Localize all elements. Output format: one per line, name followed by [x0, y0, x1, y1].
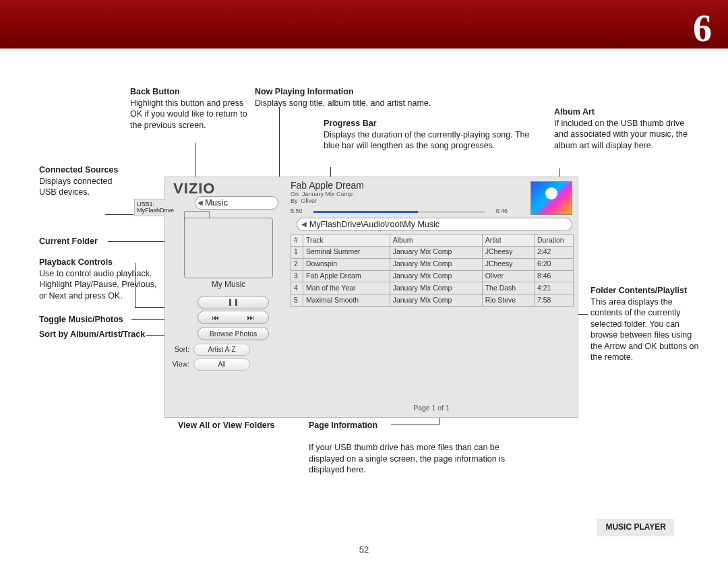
path-pill[interactable]: ◀ MyFlashDrive\Audio\root\My Music [297, 218, 572, 231]
cell: Man of the Year [303, 282, 390, 294]
next-icon: ⏭ [247, 311, 255, 323]
cell: Maximal Smooth [303, 294, 390, 307]
play-pause-button[interactable] [198, 296, 269, 309]
callout-title: Progress Bar [324, 119, 377, 128]
music-label: Music [205, 197, 228, 208]
cell: Downspin [303, 258, 390, 270]
cell: January Mix Comp [390, 282, 482, 294]
cell: 6:20 [535, 258, 574, 270]
cell: 5 [291, 294, 303, 307]
cell: JCheesy [482, 258, 534, 270]
leader-line [135, 263, 135, 307]
cell: The Dash [482, 282, 534, 294]
col-artist: Artist [482, 235, 534, 247]
col-album: Album [390, 235, 482, 247]
meta-by-label: By [291, 197, 298, 204]
callout-title: Playback Controls [39, 257, 113, 267]
callout-page-information: Page Information If your USB thumb drive… [309, 420, 531, 476]
tracks-table[interactable]: # Track Album Artist Duration 1Seminal S… [291, 234, 574, 307]
cell: 3 [291, 270, 303, 282]
usb-line2: MyFlashDrive [137, 208, 165, 214]
total-time: 8:46 [495, 208, 508, 216]
callout-body: Use to control audio playback. Highlight… [39, 269, 156, 301]
view-row[interactable]: View: All [168, 358, 276, 371]
progress-fill [313, 211, 418, 213]
table-row[interactable]: 2DownspinJanuary Mix CompJCheesy6:20 [291, 258, 574, 270]
col-num: # [291, 235, 303, 247]
album-art [530, 181, 572, 215]
callout-title: Folder Contents/Playlist [590, 286, 687, 295]
cell: January Mix Comp [390, 270, 482, 282]
cell: 7:58 [535, 294, 574, 307]
callout-body: If your USB thumb drive has more files t… [309, 443, 505, 474]
path-text: MyFlashDrive\Audio\root\My Music [309, 219, 439, 230]
table-header-row: # Track Album Artist Duration [291, 235, 574, 247]
cell: 4:21 [535, 282, 574, 294]
callout-playback-controls: Playback Controls Use to control audio p… [39, 257, 157, 301]
cell: 2 [291, 258, 303, 270]
sort-row[interactable]: Sort: Artist A-Z [168, 343, 276, 356]
callout-album-art: Album Art If included on the USB thumb d… [554, 106, 696, 151]
leader-line [391, 425, 439, 425]
table-row[interactable]: 3Fab Apple DreamJanuary Mix CompOliver8:… [291, 270, 574, 282]
prev-next-button[interactable]: ⏮ ⏭ [198, 311, 269, 324]
cell: 2:42 [535, 246, 574, 258]
chapter-number: 6 [693, 4, 712, 54]
table-row[interactable]: 1Seminal SummerJanuary Mix CompJCheesy2:… [291, 246, 574, 258]
cell: Fab Apple Dream [303, 270, 390, 282]
elapsed-time: 5:50 [291, 208, 303, 216]
leader-line [279, 108, 280, 177]
cell: 4 [291, 282, 303, 294]
top-band [0, 0, 728, 49]
view-value-chip[interactable]: All [193, 358, 250, 371]
cell: 1 [291, 246, 303, 258]
callout-body: Displays the duration of the currently-p… [324, 130, 530, 151]
music-player-screen: USB1: MyFlashDrive VIZIO ◀ Music My Musi… [164, 177, 578, 418]
view-label: View: [168, 360, 189, 369]
callout-body: If included on the USB thumb drive and a… [554, 119, 688, 150]
callout-title: Now Playing Information [255, 87, 354, 96]
callout-toggle-music-photos: Toggle Music/Photos [39, 314, 140, 325]
cell: JCheesy [482, 246, 534, 258]
callout-title: Page Information [309, 420, 377, 430]
leader-line [105, 214, 133, 215]
col-duration: Duration [535, 235, 574, 247]
page-info: Page 1 of 1 [291, 404, 572, 413]
callout-title: Album Art [554, 107, 595, 117]
meta-on-value: January Mix Comp [302, 191, 353, 197]
pause-icon [235, 299, 237, 306]
cell: 8:46 [535, 270, 574, 282]
chevron-left-icon: ◀ [301, 220, 307, 228]
callout-progress-bar: Progress Bar Displays the duration of th… [324, 118, 533, 152]
cell: Rio Steve [482, 294, 534, 307]
meta-on-label: On [291, 191, 299, 197]
cell: Seminal Summer [303, 246, 390, 258]
callout-title: Connected Sources [39, 165, 118, 175]
cell: Oliver [482, 270, 534, 282]
browse-photos-button[interactable]: Browse Photos [198, 327, 269, 340]
previous-icon: ⏮ [212, 311, 220, 323]
callout-body: Displays song title, album title, and ar… [255, 98, 431, 108]
sort-value-chip[interactable]: Artist A-Z [193, 344, 250, 356]
chevron-left-icon: ◀ [195, 198, 205, 207]
folder-name: My Music [184, 280, 273, 290]
callout-back-button: Back Button Highlight this button and pr… [130, 86, 248, 131]
cell: January Mix Comp [390, 294, 482, 307]
vizio-logo: VIZIO [173, 179, 215, 198]
col-track: Track [303, 235, 390, 247]
table-row[interactable]: 4Man of the YearJanuary Mix CompThe Dash… [291, 282, 574, 294]
folder-icon[interactable] [184, 218, 273, 278]
meta-by-value: Oliver [301, 197, 317, 204]
cell: January Mix Comp [390, 246, 482, 258]
callout-body: This area displays the contents of the c… [590, 297, 699, 363]
pause-icon [229, 299, 231, 306]
footer-music-player-label: MUSIC PLAYER [597, 519, 674, 536]
table-row[interactable]: 5Maximal SmoothJanuary Mix CompRio Steve… [291, 294, 574, 307]
usb-source-badge[interactable]: USB1: MyFlashDrive [134, 199, 165, 216]
callout-folder-contents: Folder Contents/Playlist This area displ… [590, 285, 702, 363]
progress-bar[interactable]: 5:50 8:46 [291, 210, 508, 214]
back-music-pill[interactable]: ◀ Music [195, 196, 278, 210]
callout-body: Displays connected USB devices. [39, 177, 112, 197]
now-playing-title: Fab Apple Dream [291, 179, 364, 191]
now-playing-meta: On January Mix Comp By Oliver [291, 191, 353, 205]
